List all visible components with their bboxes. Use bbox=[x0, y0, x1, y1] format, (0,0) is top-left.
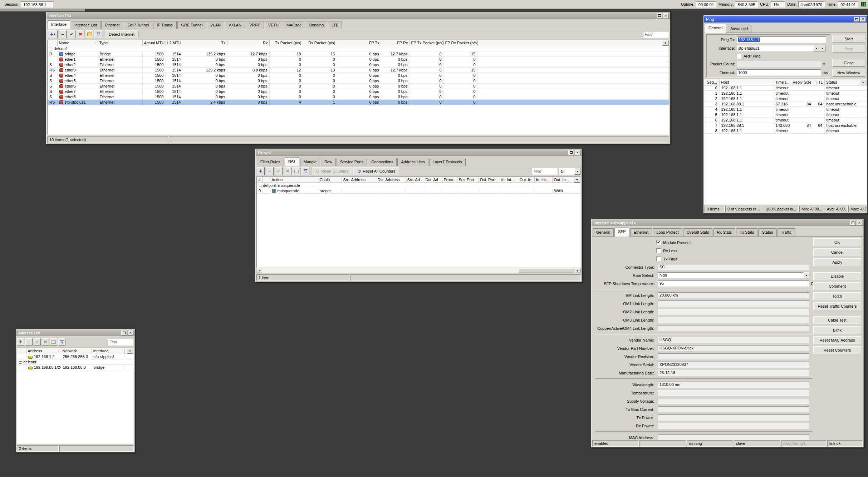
column-header-src-port[interactable]: Src. Port bbox=[457, 177, 479, 183]
disable-button[interactable]: ✖ bbox=[42, 338, 49, 346]
interface-drop-button[interactable]: ▼ bbox=[813, 45, 819, 51]
column-header-chain[interactable]: Chain bbox=[318, 177, 342, 183]
sfp-shutdown-temperature-input[interactable]: 95 bbox=[658, 280, 809, 287]
tab-gre-tunnel[interactable]: GRE Tunnel bbox=[177, 21, 206, 29]
table-row[interactable]: RSether3Ethernet15001514125.2 kbps8.8 kb… bbox=[48, 67, 669, 73]
table-row[interactable]: Sether5Ethernet150015140 bps0 bps000 bps… bbox=[48, 78, 669, 83]
table-row[interactable]: 0masqueradesrcnatWAN bbox=[257, 188, 580, 193]
column-header-dst-port[interactable]: Dst. Port bbox=[479, 177, 500, 183]
session-value[interactable]: 192.168.88.1 bbox=[21, 1, 53, 8]
rate-select-input[interactable]: high bbox=[658, 272, 804, 278]
column-header-dst-address[interactable]: Dst. Address bbox=[376, 177, 406, 183]
column-header-interface[interactable]: Interface bbox=[92, 348, 124, 354]
column-header-state[interactable] bbox=[48, 40, 57, 46]
filter-scope-combo[interactable]: all ▼ bbox=[559, 168, 580, 175]
comment-button[interactable]: Comment bbox=[813, 282, 861, 290]
rx-loss-checkbox[interactable] bbox=[656, 248, 661, 253]
scrollbar-track[interactable] bbox=[262, 268, 575, 273]
tab-veth[interactable]: VETH bbox=[265, 21, 282, 29]
table-row[interactable]: ether1Ethernet150015140 bps0 bps000 bps0… bbox=[48, 56, 669, 62]
tab-mangle[interactable]: Mangle bbox=[300, 158, 320, 166]
tab-eoip-tunnel[interactable]: EoIP Tunnel bbox=[124, 21, 152, 29]
column-header-type[interactable]: Type bbox=[98, 40, 142, 46]
disable-button[interactable]: Disable bbox=[813, 272, 861, 280]
column-header-name[interactable]: Name∕ bbox=[57, 40, 98, 46]
tab-service-ports[interactable]: Service Ports bbox=[337, 158, 367, 166]
table-row[interactable]: Sether7Ethernet150015140 bps0 bps000 bps… bbox=[48, 89, 669, 94]
disable-button[interactable]: ✖ bbox=[77, 30, 84, 38]
tab-interface-list[interactable]: Interface List bbox=[71, 21, 100, 29]
tab-lte[interactable]: LTE bbox=[328, 21, 342, 29]
close-button[interactable]: ✕ bbox=[860, 17, 866, 22]
column-header-reply-size[interactable]: Reply Size bbox=[791, 79, 813, 85]
maximize-button[interactable] bbox=[121, 331, 127, 336]
close-button[interactable]: ✕ bbox=[663, 13, 669, 18]
column-header-time[interactable]: Time (... bbox=[774, 79, 791, 85]
enable-button[interactable]: ✔ bbox=[275, 167, 283, 175]
tab-vxlan[interactable]: VXLAN bbox=[225, 21, 245, 29]
column-header-status[interactable]: Status bbox=[824, 79, 862, 85]
reset-counters-button[interactable]: ↺Reset Counters bbox=[312, 167, 352, 175]
tab-vrrp[interactable]: VRRP bbox=[246, 21, 264, 29]
table-row[interactable]: 5192.168.1.1timeouttimeout bbox=[704, 112, 867, 117]
tab-ip-tunnel[interactable]: IP Tunnel bbox=[153, 21, 177, 29]
tab-advanced[interactable]: Advanced bbox=[727, 25, 751, 33]
table-row[interactable]: Sether6Ethernet150015140 bps0 bps000 bps… bbox=[48, 83, 669, 89]
detect-internet-button[interactable]: Detect Internet bbox=[105, 30, 138, 38]
table-row[interactable]: 192.168.88.1/24192.168.88.0bridge bbox=[17, 364, 133, 370]
column-header-address[interactable]: Address∕ bbox=[26, 348, 61, 354]
ok-button[interactable]: OK bbox=[813, 238, 861, 246]
stop-button[interactable]: Stop bbox=[832, 45, 865, 53]
column-header-fp-tx[interactable]: FP Tx bbox=[337, 40, 381, 46]
cable-test-button[interactable]: Cable Test bbox=[813, 316, 861, 324]
table-row[interactable]: 3192.168.88.167.3188464host unreachable bbox=[704, 101, 867, 106]
column-header-src-address[interactable]: Src. Address bbox=[342, 177, 376, 183]
tab-address-lists[interactable]: Address Lists bbox=[397, 158, 428, 166]
tab-ethernet[interactable]: Ethernet bbox=[101, 21, 123, 29]
column-header-actual-mtu[interactable]: Actual MTU bbox=[142, 40, 166, 46]
column-menu-button[interactable]: ▼ bbox=[127, 348, 133, 354]
column-header-rx-packet-p-s[interactable]: Rx Packet (p/s) bbox=[303, 40, 337, 46]
table-row[interactable]: Sether2Ethernet150015140 bps0 bps000 bps… bbox=[48, 62, 669, 67]
module-present-checkbox[interactable]: ✔ bbox=[656, 240, 661, 245]
column-header-action[interactable]: Action bbox=[270, 177, 318, 183]
tab-tx-stats[interactable]: Tx Stats bbox=[736, 228, 757, 236]
column-header-fp-tx-packet-p-s[interactable]: FP Tx Packet (p/s) bbox=[410, 40, 443, 46]
maximize-button[interactable] bbox=[854, 17, 859, 22]
enable-button[interactable]: ✔ bbox=[68, 30, 75, 38]
disable-button[interactable]: ✖ bbox=[284, 167, 291, 175]
comment-row[interactable]: ;;; defconf bbox=[17, 359, 133, 364]
column-header-ttl[interactable]: TTL bbox=[813, 79, 824, 85]
remove-button[interactable]: − bbox=[25, 338, 33, 346]
table-row[interactable]: Sether8Ethernet150015140 bps0 bps000 bps… bbox=[48, 94, 669, 99]
tab-interface[interactable]: Interface bbox=[48, 20, 70, 29]
column-header-host[interactable]: Host bbox=[719, 79, 774, 85]
filter-button[interactable] bbox=[58, 338, 65, 346]
close-button[interactable]: ✕ bbox=[128, 331, 133, 336]
tx-fault-checkbox[interactable] bbox=[656, 257, 661, 261]
column-header-dst-ad[interactable]: Dst. Ad... bbox=[424, 177, 442, 183]
tab-raw[interactable]: Raw bbox=[321, 158, 336, 166]
filter-button[interactable] bbox=[301, 167, 309, 175]
table-row[interactable]: RbridgeBridge15001514135.2 kbps12.7 kbps… bbox=[48, 51, 669, 56]
enable-button[interactable]: ✔ bbox=[34, 338, 41, 346]
apply-button[interactable]: Apply bbox=[813, 258, 861, 266]
tab-status[interactable]: Status bbox=[758, 228, 776, 236]
close-button[interactable]: ✕ bbox=[575, 150, 580, 155]
column-header-network[interactable]: Network bbox=[61, 348, 92, 354]
maximize-button[interactable] bbox=[568, 150, 574, 155]
tab-rx-stats[interactable]: Rx Stats bbox=[713, 228, 735, 236]
column-header-proto[interactable]: Proto... bbox=[442, 177, 457, 183]
reset-traffic-counters-button[interactable]: Reset Traffic Counters bbox=[813, 302, 861, 310]
table-row[interactable]: 192.168.1.2255.255.255.0sfp-sfpplus1 bbox=[17, 354, 133, 359]
close-button[interactable]: ✕ bbox=[857, 220, 862, 225]
tab-general[interactable]: General bbox=[593, 228, 614, 236]
table-row[interactable]: 4192.168.1.1timeouttimeout bbox=[704, 106, 867, 112]
table-row[interactable]: 6192.168.1.1timeouttimeout bbox=[704, 117, 867, 123]
column-header-l2-mtu[interactable]: L2 MTU bbox=[166, 40, 183, 46]
column-header-out-in[interactable]: Out. In... bbox=[518, 177, 534, 183]
maximize-button[interactable] bbox=[850, 220, 856, 225]
timeout-input[interactable]: 1000 bbox=[737, 69, 821, 76]
tab-sfp[interactable]: SFP bbox=[614, 228, 629, 237]
scrollbar-thumb[interactable] bbox=[518, 268, 575, 273]
